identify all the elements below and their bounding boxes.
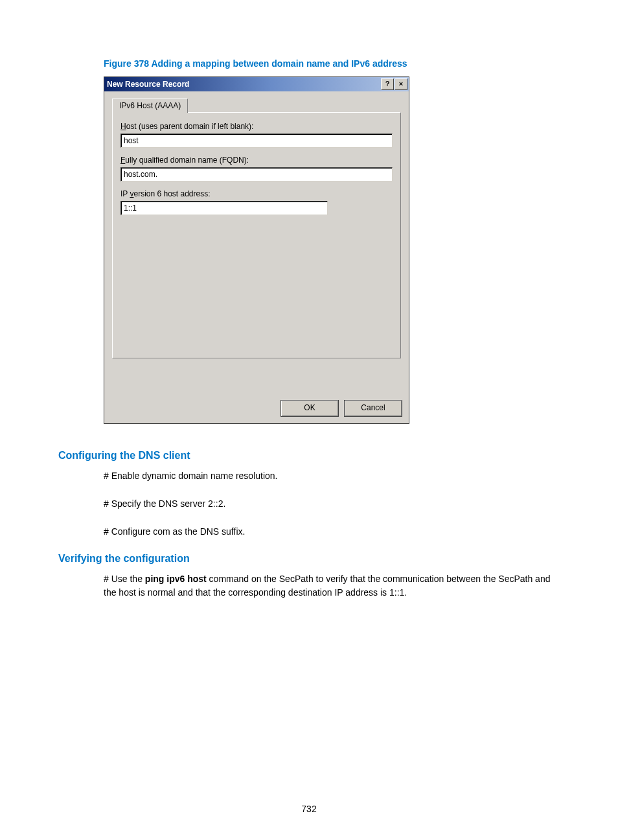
tab-panel: Host (uses parent domain if left blank):… xyxy=(112,112,401,358)
close-icon[interactable]: × xyxy=(395,78,407,90)
host-input[interactable] xyxy=(120,134,393,148)
section-heading-verify: Verifying the configuration xyxy=(58,553,560,565)
section-heading-dns-client: Configuring the DNS client xyxy=(58,450,560,461)
body-text: # Use the ping ipv6 host command on the … xyxy=(104,572,560,600)
cancel-button[interactable]: Cancel xyxy=(344,400,402,417)
tab-ipv6-host[interactable]: IPv6 Host (AAAA) xyxy=(112,99,188,113)
page-number: 732 xyxy=(0,804,618,814)
ipv6-input[interactable] xyxy=(120,201,328,215)
ok-button[interactable]: OK xyxy=(280,400,339,417)
help-icon[interactable]: ? xyxy=(381,78,394,90)
body-text: # Enable dynamic domain name resolution. xyxy=(104,469,560,483)
body-text: # Specify the DNS server 2::2. xyxy=(104,497,560,511)
figure-caption: Figure 378 Adding a mapping between doma… xyxy=(104,58,560,69)
dialog-body: IPv6 Host (AAAA) Host (uses parent domai… xyxy=(104,91,409,396)
dialog-window: New Resource Record ? × IPv6 Host (AAAA)… xyxy=(104,76,409,424)
fqdn-input[interactable] xyxy=(120,167,393,181)
body-text: # Configure com as the DNS suffix. xyxy=(104,525,560,539)
titlebar: New Resource Record ? × xyxy=(104,77,409,91)
fqdn-label: Fully qualified domain name (FQDN): xyxy=(120,156,393,165)
dialog-title: New Resource Record xyxy=(107,80,189,89)
ipv6-label: IP version 6 host address: xyxy=(120,189,393,198)
host-label: Host (uses parent domain if left blank): xyxy=(120,122,393,131)
dialog-screenshot: New Resource Record ? × IPv6 Host (AAAA)… xyxy=(104,76,560,424)
dialog-buttons: OK Cancel xyxy=(104,396,409,423)
